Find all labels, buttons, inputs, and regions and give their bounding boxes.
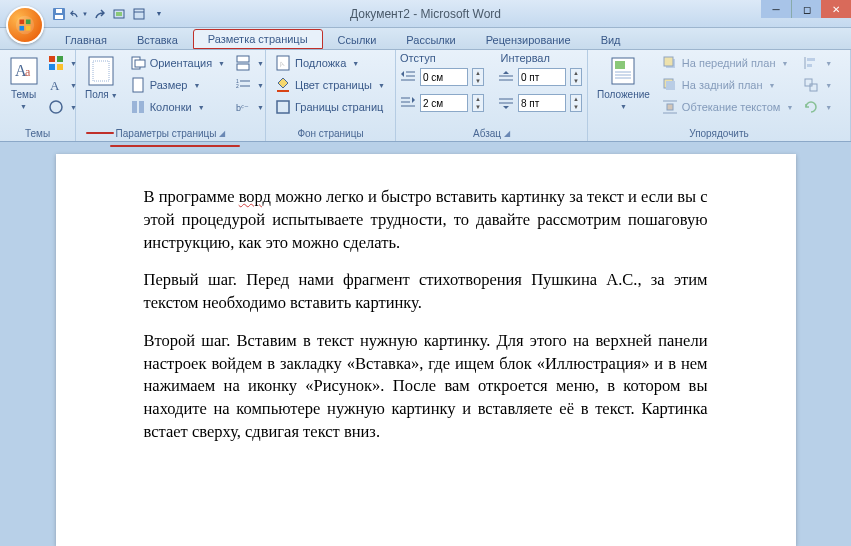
columns-button[interactable]: Колонки▼: [125, 96, 230, 118]
minimize-button[interactable]: ─: [761, 0, 791, 18]
tab-insert[interactable]: Вставка: [122, 30, 193, 49]
page[interactable]: В программе ворд можно легко и быстро вс…: [56, 154, 796, 546]
margins-label: Поля: [85, 89, 109, 100]
ribbon-tabs: Главная Вставка Разметка страницы Ссылки…: [0, 28, 851, 50]
send-back-button[interactable]: На задний план▼: [657, 74, 798, 96]
paragraph-3[interactable]: Второй шаг. Вставим в текст нужную карти…: [144, 330, 708, 444]
group-page-setup: Поля ▼ Ориентация▼ Размер▼ Колонки▼ ▼ 12…: [76, 50, 266, 141]
page-bg-group-label: Фон страницы: [270, 126, 391, 141]
breaks-button[interactable]: ▼: [232, 52, 258, 74]
indent-left-input[interactable]: 0 см: [420, 68, 468, 86]
theme-effects-button[interactable]: ▼: [45, 96, 71, 118]
tab-home[interactable]: Главная: [50, 30, 122, 49]
maximize-button[interactable]: ◻: [791, 0, 821, 18]
themes-button[interactable]: Aa Темы▼: [4, 52, 43, 115]
office-button[interactable]: [6, 6, 44, 44]
group-button[interactable]: ▼: [800, 74, 826, 96]
line-numbers-button[interactable]: 12▼: [232, 74, 258, 96]
line-numbers-icon: 12: [235, 77, 251, 93]
qat-icon-2[interactable]: [130, 5, 148, 23]
margins-button[interactable]: Поля ▼: [80, 52, 123, 104]
align-button[interactable]: ▼: [800, 52, 826, 74]
theme-fonts-button[interactable]: A▼: [45, 74, 71, 96]
svg-rect-26: [132, 101, 137, 113]
front-icon: [662, 55, 678, 71]
group-arrange: Положение▼ На передний план▼ На задний п…: [588, 50, 851, 141]
indent-left-spinner[interactable]: ▲▼: [472, 68, 484, 86]
svg-rect-65: [810, 84, 817, 91]
svg-rect-62: [807, 58, 815, 61]
page-color-label: Цвет страницы: [295, 79, 372, 91]
tab-layout[interactable]: Разметка страницы: [193, 29, 323, 49]
spelling-error[interactable]: ворд: [239, 187, 271, 206]
svg-rect-16: [57, 56, 63, 62]
orientation-label: Ориентация: [150, 57, 212, 69]
indent-right-spinner[interactable]: ▲▼: [472, 94, 484, 112]
orientation-button[interactable]: Ориентация▼: [125, 52, 230, 74]
position-label: Положение: [597, 89, 650, 100]
svg-rect-29: [237, 64, 249, 70]
redo-icon[interactable]: [90, 5, 108, 23]
svg-rect-37: [277, 90, 289, 92]
close-button[interactable]: ✕: [821, 0, 851, 18]
qat-icon-1[interactable]: [110, 5, 128, 23]
spacing-after-input[interactable]: 8 пт: [518, 94, 566, 112]
page-color-icon: [275, 77, 291, 93]
columns-label: Колонки: [150, 101, 192, 113]
window-controls: ─ ◻ ✕: [761, 0, 851, 18]
page-borders-button[interactable]: Границы страниц: [270, 96, 391, 118]
spacing-after-spinner[interactable]: ▲▼: [570, 94, 582, 112]
undo-icon[interactable]: ▼: [70, 5, 88, 23]
tab-mailings[interactable]: Рассылки: [391, 30, 470, 49]
columns-icon: [130, 99, 146, 115]
red-underline-page-setup: [110, 145, 240, 148]
breaks-icon: [235, 55, 251, 71]
page-borders-label: Границы страниц: [295, 101, 383, 113]
qat-customize-icon[interactable]: ▼: [150, 5, 168, 23]
back-icon: [662, 77, 678, 93]
svg-rect-64: [805, 79, 812, 86]
position-button[interactable]: Положение▼: [592, 52, 655, 115]
watermark-button[interactable]: AПодложка▼: [270, 52, 391, 74]
group-page-bg: AПодложка▼ Цвет страницы▼ Границы страни…: [266, 50, 396, 141]
colors-icon: [48, 55, 64, 71]
svg-text:A: A: [50, 78, 60, 93]
size-label: Размер: [150, 79, 188, 91]
title-bar: ▼ ▼ Документ2 - Microsoft Word ─ ◻ ✕: [0, 0, 851, 28]
tab-review[interactable]: Рецензирование: [471, 30, 586, 49]
paragraph-1[interactable]: В программе ворд можно легко и быстро вс…: [144, 186, 708, 254]
window-title: Документ2 - Microsoft Word: [350, 7, 501, 21]
themes-group-label: Темы: [4, 126, 71, 141]
page-setup-launcher-icon[interactable]: ◢: [219, 129, 225, 138]
theme-colors-button[interactable]: ▼: [45, 52, 71, 74]
wrap-icon: [662, 99, 678, 115]
quick-access-toolbar: ▼ ▼: [50, 5, 168, 23]
tab-view[interactable]: Вид: [586, 30, 636, 49]
themes-label: Темы: [11, 89, 36, 100]
spacing-before-input[interactable]: 0 пт: [518, 68, 566, 86]
paragraph-2[interactable]: Первый шаг. Перед нами фрагмент стихотво…: [144, 269, 708, 315]
group-themes: Aa Темы▼ ▼ A▼ ▼ Темы: [0, 50, 76, 141]
paragraph-launcher-icon[interactable]: ◢: [504, 129, 510, 138]
size-button[interactable]: Размер▼: [125, 74, 230, 96]
group-paragraph: Отступ Интервал 0 см ▲▼ 0 пт ▲▼ 2 см ▲▼ …: [396, 50, 588, 141]
svg-rect-55: [664, 57, 673, 66]
rotate-button[interactable]: ▼: [800, 96, 826, 118]
tab-references[interactable]: Ссылки: [323, 30, 392, 49]
effects-icon: [48, 99, 64, 115]
document-area: В программе ворд можно легко и быстро вс…: [0, 142, 851, 546]
hyphenation-button[interactable]: bᶜ⁻▼: [232, 96, 258, 118]
bring-front-button[interactable]: На передний план▼: [657, 52, 798, 74]
indent-left-icon: [400, 70, 416, 84]
spacing-before-icon: [498, 70, 514, 84]
svg-point-20: [50, 101, 62, 113]
indent-right-input[interactable]: 2 см: [420, 94, 468, 112]
text-wrap-label: Обтекание текстом: [682, 101, 781, 113]
watermark-icon: A: [275, 55, 291, 71]
save-icon[interactable]: [50, 5, 68, 23]
text-wrap-button[interactable]: Обтекание текстом▼: [657, 96, 798, 118]
spacing-before-spinner[interactable]: ▲▼: [570, 68, 582, 86]
svg-rect-38: [277, 101, 289, 113]
svg-rect-1: [55, 15, 63, 19]
page-color-button[interactable]: Цвет страницы▼: [270, 74, 391, 96]
